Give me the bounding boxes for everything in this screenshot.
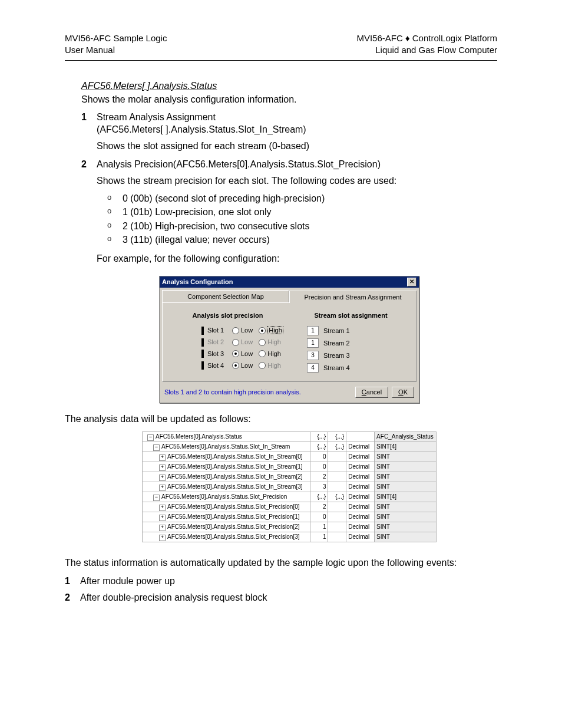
table-row: +AFC56.Meters[0].Analysis.Status.Slot_Pr… xyxy=(143,522,437,532)
tree-toggle-icon[interactable]: − xyxy=(147,434,154,441)
item1-line2: (AFC56.Meters[ ].Analysis.Status.Slot_In… xyxy=(97,123,497,136)
close-icon[interactable]: ✕ xyxy=(407,278,416,286)
tree-toggle-icon[interactable]: + xyxy=(159,454,166,461)
header-left-1: MVI56-AFC Sample Logic xyxy=(65,32,167,44)
tag-name-cell: +AFC56.Meters[0].Analysis.Status.Slot_Pr… xyxy=(143,502,310,512)
bullet-mark: o xyxy=(107,233,123,246)
type-cell: SINT xyxy=(375,522,437,532)
tag-name-cell: +AFC56.Meters[0].Analysis.Status.Slot_Pr… xyxy=(143,522,310,532)
type-cell: SINT xyxy=(375,452,437,462)
slot-row: Slot 1LowHigh xyxy=(201,326,289,335)
stream-slot-input[interactable]: 1 xyxy=(307,338,319,348)
low-radio[interactable] xyxy=(232,362,239,369)
table-row: +AFC56.Meters[0].Analysis.Status.Slot_In… xyxy=(143,452,437,462)
slot-row: Slot 2LowHigh xyxy=(201,338,289,347)
bullet-text: 1 (01b) Low-precision, one slot only xyxy=(123,206,497,219)
stream-row: 4Stream 4 xyxy=(307,363,412,373)
style-cell: Decimal xyxy=(346,442,375,452)
slot-group-bar-icon xyxy=(201,338,204,347)
high-radio[interactable] xyxy=(259,362,266,369)
tree-toggle-icon[interactable]: + xyxy=(159,485,166,491)
item1-line1: Stream Analysis Assignment xyxy=(97,111,497,124)
value-cell: {...} xyxy=(328,431,346,442)
tree-toggle-icon[interactable]: + xyxy=(159,465,166,471)
style-cell: Decimal xyxy=(346,502,375,512)
tree-toggle-icon[interactable]: + xyxy=(159,535,166,541)
value-cell xyxy=(328,482,346,492)
bullet-mark: o xyxy=(107,206,123,219)
type-cell: SINT xyxy=(375,532,437,542)
value-cell: 0 xyxy=(310,512,328,522)
type-cell: SINT[4] xyxy=(375,492,437,502)
table-row: +AFC56.Meters[0].Analysis.Status.Slot_Pr… xyxy=(143,502,437,512)
stream-slot-input[interactable]: 3 xyxy=(307,351,319,360)
slot-group-bar-icon xyxy=(201,327,204,335)
value-cell: {...} xyxy=(310,442,328,452)
list-item: 1 After module power up xyxy=(65,575,497,588)
style-cell: Decimal xyxy=(346,482,375,492)
low-radio[interactable] xyxy=(232,339,239,346)
tag-name-cell: +AFC56.Meters[0].Analysis.Status.Slot_In… xyxy=(143,482,310,492)
tag-table: −AFC56.Meters[0].Analysis.Status{...}{..… xyxy=(142,431,437,542)
low-radio[interactable] xyxy=(232,350,239,357)
list-number: 1 xyxy=(65,575,80,588)
page-header: MVI56-AFC Sample Logic User Manual MVI56… xyxy=(65,32,497,57)
sublist-item: o3 (11b) (illegal value; never occurs) xyxy=(107,233,497,246)
tree-toggle-icon[interactable]: − xyxy=(153,495,160,501)
value-cell: 1 xyxy=(310,522,328,532)
high-radio[interactable] xyxy=(259,339,266,346)
stream-slot-input[interactable]: 1 xyxy=(307,326,319,335)
bullet-text: 0 (00b) (second slot of preceding high-p… xyxy=(123,192,497,205)
low-label: Low xyxy=(241,350,253,358)
item2-line1: Analysis Precision(AFC56.Meters[0].Analy… xyxy=(97,158,497,171)
low-radio[interactable] xyxy=(232,327,239,334)
slot-label: Slot 2 xyxy=(207,338,229,347)
type-cell: AFC_Analysis_Status xyxy=(375,431,437,442)
tree-toggle-icon[interactable]: − xyxy=(153,444,160,451)
table-row: +AFC56.Meters[0].Analysis.Status.Slot_Pr… xyxy=(143,512,437,522)
stream-slot-input[interactable]: 4 xyxy=(307,363,319,373)
high-radio[interactable] xyxy=(259,327,266,334)
table-row: +AFC56.Meters[0].Analysis.Status.Slot_In… xyxy=(143,472,437,482)
header-right-1: MVI56-AFC ♦ ControlLogix Platform xyxy=(356,32,497,44)
tree-toggle-icon[interactable]: + xyxy=(159,525,166,531)
section-intro: Shows the molar analysis configuration i… xyxy=(81,93,497,106)
list-number: 2 xyxy=(65,591,80,604)
header-left-2: User Manual xyxy=(65,44,167,56)
ok-button[interactable]: OK xyxy=(392,387,414,398)
low-label: Low xyxy=(241,361,253,370)
dialog-title: Analysis Configuration xyxy=(162,278,233,286)
table-row: −AFC56.Meters[0].Analysis.Status.Slot_Pr… xyxy=(143,492,437,502)
high-label: High xyxy=(267,326,283,335)
tag-name-cell: +AFC56.Meters[0].Analysis.Status.Slot_In… xyxy=(143,462,310,472)
tag-name-cell: +AFC56.Meters[0].Analysis.Status.Slot_In… xyxy=(143,452,310,462)
stream-label: Stream 3 xyxy=(323,351,350,360)
value-cell xyxy=(328,532,346,542)
para-update: The analysis data will be updated as fol… xyxy=(65,413,497,426)
style-cell: Decimal xyxy=(346,512,375,522)
tree-toggle-icon[interactable]: + xyxy=(159,515,166,521)
high-radio[interactable] xyxy=(259,350,266,357)
item1-sub: Shows the slot assigned for each stream … xyxy=(97,140,497,153)
tree-toggle-icon[interactable]: + xyxy=(159,475,166,481)
list-number: 1 xyxy=(81,111,97,153)
type-cell: SINT xyxy=(375,482,437,492)
value-cell xyxy=(328,462,346,472)
stream-label: Stream 4 xyxy=(323,364,350,373)
tree-toggle-icon[interactable]: + xyxy=(159,505,166,511)
list-item: 2 After double-precision analysis reques… xyxy=(65,591,497,604)
bullet-mark: o xyxy=(107,220,123,233)
item2-after: For example, for the following configura… xyxy=(97,252,497,265)
list-item: 1 Stream Analysis Assignment (AFC56.Mete… xyxy=(81,111,497,153)
value-cell: {...} xyxy=(310,431,328,442)
tab-precision-stream[interactable]: Precision and Stream Assignment xyxy=(289,291,416,304)
section-title: AFC56.Meters[ ].Analysis.Status xyxy=(81,80,497,93)
type-cell: SINT xyxy=(375,472,437,482)
precision-heading: Analysis slot precision xyxy=(166,311,289,320)
high-label: High xyxy=(267,361,281,370)
tab-component-map[interactable]: Component Selection Map xyxy=(162,290,289,303)
stream-label: Stream 1 xyxy=(323,327,350,335)
slot-label: Slot 3 xyxy=(207,350,229,358)
cancel-button[interactable]: Cancel xyxy=(355,387,388,398)
bullet-text: 2 (10b) High-precision, two consecutive … xyxy=(123,220,497,233)
